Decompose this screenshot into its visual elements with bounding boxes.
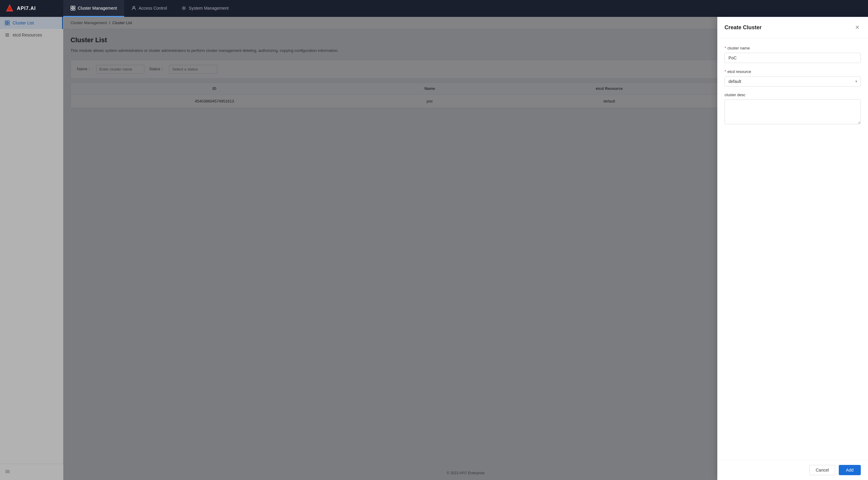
svg-rect-3: [73, 6, 75, 8]
cluster-icon: [70, 6, 75, 10]
required-star-name: *: [724, 46, 726, 50]
nav-tab-system-management[interactable]: System Management: [174, 0, 236, 17]
etcd-select-wrapper: default ▾: [724, 76, 861, 87]
nav-tab-cluster-label: Cluster Management: [78, 6, 117, 10]
modal-close-button[interactable]: ✕: [854, 23, 861, 32]
nav-tab-access-label: Access Control: [138, 6, 167, 10]
cluster-desc-textarea[interactable]: [724, 99, 861, 124]
modal-header: Create Cluster ✕: [717, 17, 868, 38]
add-button[interactable]: Add: [839, 465, 861, 475]
nav-tab-cluster-management[interactable]: Cluster Management: [63, 0, 124, 17]
etcd-resource-group: * etcd resource default ▾: [724, 69, 861, 87]
required-star-etcd: *: [724, 69, 726, 74]
system-icon: [181, 6, 186, 10]
nav-tab-system-label: System Management: [189, 6, 228, 10]
top-nav: API7.AI Cluster Management Access Contro…: [0, 0, 868, 17]
svg-point-7: [183, 7, 185, 9]
cluster-desc-label: cluster desc: [724, 93, 861, 97]
etcd-resource-select[interactable]: default: [724, 76, 861, 87]
cancel-button[interactable]: Cancel: [809, 465, 835, 475]
cluster-desc-group: cluster desc: [724, 93, 861, 125]
logo-text: API7.AI: [17, 6, 36, 11]
nav-tabs: Cluster Management Access Control System…: [63, 0, 868, 17]
etcd-resource-label: * etcd resource: [724, 69, 861, 74]
modal-body: * cluster name * etcd resource default ▾: [717, 38, 868, 460]
main-layout: Cluster List etcd Resources Cluster Mana…: [0, 17, 868, 480]
access-icon: [131, 6, 136, 10]
cluster-name-label: * cluster name: [724, 46, 861, 50]
modal-panel: Create Cluster ✕ * cluster name * etcd r…: [717, 17, 868, 480]
modal-title: Create Cluster: [724, 24, 762, 31]
cluster-name-input[interactable]: [724, 53, 861, 63]
logo-icon: [5, 4, 14, 13]
logo-area: API7.AI: [0, 4, 63, 13]
svg-rect-2: [71, 6, 73, 8]
svg-point-6: [133, 6, 135, 8]
nav-tab-access-control[interactable]: Access Control: [124, 0, 174, 17]
svg-rect-4: [71, 8, 73, 10]
modal-footer: Cancel Add: [717, 460, 868, 480]
svg-rect-5: [73, 8, 75, 10]
cluster-name-group: * cluster name: [724, 46, 861, 63]
